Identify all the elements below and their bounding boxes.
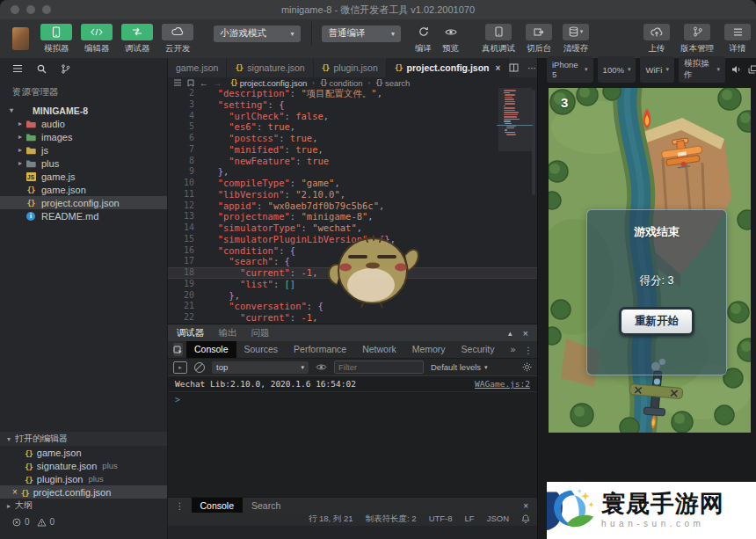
- nav-forward-icon[interactable]: →: [214, 78, 222, 88]
- tree-item-game.json[interactable]: {}game.json: [0, 183, 167, 196]
- menu-icon[interactable]: [173, 79, 182, 86]
- context-dropdown[interactable]: top ▾: [212, 361, 309, 374]
- toolbar-action-upload[interactable]: 上传: [643, 24, 670, 55]
- tree-item-js[interactable]: ▸js: [0, 143, 167, 157]
- notifications-bell-icon[interactable]: [521, 514, 530, 524]
- open-editors-header[interactable]: ▾ 打开的编辑器: [0, 432, 167, 446]
- close-panel-icon[interactable]: ×: [523, 501, 537, 511]
- mode-dropdown[interactable]: 小游戏模式 ▾: [214, 25, 300, 42]
- log-levels-dropdown[interactable]: Default levels ▾: [431, 362, 488, 372]
- menu-icon[interactable]: [12, 64, 23, 73]
- console-prompt[interactable]: >: [168, 392, 537, 406]
- problems-status[interactable]: 0 0: [0, 517, 179, 527]
- game-canvas[interactable]: 3 游戏结束 得分: 3 重新开始: [549, 88, 751, 433]
- more-options-icon[interactable]: ⋮: [523, 345, 533, 355]
- editor-tab-project.config.json[interactable]: {}project.config.json×: [387, 58, 510, 77]
- clear-console-icon[interactable]: [194, 362, 205, 373]
- toolbar-action-device-debug[interactable]: 真机调试: [482, 24, 515, 55]
- tree-item-plus[interactable]: ▸plus: [0, 157, 167, 170]
- toolbar-action-version-manage[interactable]: 版本管理: [680, 24, 714, 55]
- code-line-9[interactable]: 9 },: [168, 166, 537, 178]
- console-log-row[interactable]: Wechat Lib:2.10.0, 2020.1.6 16:54:02 WAG…: [168, 376, 537, 392]
- speaker-icon[interactable]: [731, 65, 742, 74]
- detach-window-icon[interactable]: [748, 65, 756, 74]
- simulator-dropdown-模拟操作[interactable]: 模拟操作▾: [679, 56, 725, 83]
- tree-item-game.js[interactable]: JSgame.js: [0, 170, 167, 183]
- console-filter-input[interactable]: [334, 361, 424, 374]
- debugger-tab-问题[interactable]: 问题: [251, 327, 270, 339]
- code-line-22[interactable]: 22 "current": -1,: [168, 312, 537, 324]
- minimap[interactable]: [502, 90, 528, 186]
- bottom-tab-console[interactable]: Console: [192, 498, 244, 514]
- toolbar-action-switch-background[interactable]: 切后台: [526, 24, 552, 55]
- devtools-tab-security[interactable]: Security: [454, 341, 503, 358]
- inspect-element-icon[interactable]: [173, 343, 183, 356]
- statusbar-item-1[interactable]: 制表符长度: 2: [366, 514, 417, 525]
- settings-gear-icon[interactable]: [522, 362, 532, 372]
- outline-header[interactable]: ▸ 大纲: [0, 499, 167, 513]
- editor-tab-signature.json[interactable]: {}signature.json: [227, 58, 313, 77]
- tree-item-audio[interactable]: ▸audio: [0, 117, 167, 130]
- compile-mode-dropdown[interactable]: 普通编译 ▾: [322, 25, 401, 42]
- toolbar-action-details[interactable]: 详情: [724, 24, 751, 55]
- eval-context-icon[interactable]: ▸: [173, 361, 187, 374]
- statusbar-item-3[interactable]: LF: [465, 514, 475, 525]
- code-line-6[interactable]: 6 "postcss": true,: [168, 133, 537, 144]
- code-line-8[interactable]: 8 "newFeature": true: [168, 156, 537, 167]
- editor-scrollbar[interactable]: [532, 90, 535, 195]
- toolbar-action-compile[interactable]: 编译: [415, 24, 432, 55]
- code-line-11[interactable]: 11 "libVersion": "2.10.0",: [168, 189, 537, 200]
- toolbar-button-editor[interactable]: 编辑器: [81, 24, 113, 55]
- bottom-tab-search[interactable]: Search: [243, 498, 289, 514]
- devtools-tab-console[interactable]: Console: [186, 341, 236, 358]
- split-editor-icon[interactable]: [509, 63, 519, 72]
- open-editor-project.config.json[interactable]: ×{}project.config.json: [0, 485, 167, 499]
- statusbar-item-4[interactable]: JSON: [487, 514, 509, 525]
- editor-tab-plugin.json[interactable]: {}plugin.json: [314, 58, 387, 77]
- code-line-2[interactable]: 2 "description": "项目配置文件。",: [168, 88, 537, 99]
- search-icon[interactable]: [37, 64, 47, 74]
- devtools-overflow[interactable]: »: [503, 341, 524, 358]
- more-actions-icon[interactable]: ⋯: [527, 63, 536, 73]
- simulator-dropdown-WiFi[interactable]: WiFi▾: [640, 56, 674, 83]
- restart-button[interactable]: 重新开始: [619, 307, 694, 336]
- live-expression-eye-icon[interactable]: [316, 363, 327, 371]
- debugger-tab-调试器[interactable]: 调试器: [177, 327, 205, 339]
- open-editor-plugin.json[interactable]: {}plugin.jsonplus: [0, 472, 167, 485]
- code-line-10[interactable]: 10 "compileType": "game",: [168, 178, 537, 189]
- collapse-panel-icon[interactable]: ▴: [508, 329, 512, 338]
- close-icon[interactable]: ×: [12, 487, 18, 497]
- console-log-source-link[interactable]: WAGame.js:2: [475, 379, 530, 389]
- code-line-5[interactable]: 5 "es6": true,: [168, 121, 537, 133]
- tree-item-minigame-8[interactable]: ▾MINIGAME-8: [0, 104, 167, 117]
- toolbar-button-cloud-dev[interactable]: 云开发: [162, 24, 193, 55]
- nav-back-icon[interactable]: ←: [200, 78, 208, 88]
- statusbar-item-0[interactable]: 行 18, 列 21: [309, 514, 353, 525]
- editor-tab-game.json[interactable]: game.json: [168, 58, 227, 77]
- toolbar-button-debugger[interactable]: 调试器: [121, 24, 153, 55]
- tree-item-project.config.json[interactable]: {}project.config.json: [0, 196, 167, 209]
- tree-item-images[interactable]: ▸images: [0, 130, 167, 143]
- open-editor-signature.json[interactable]: {}signature.jsonplus: [0, 459, 167, 472]
- code-line-12[interactable]: 12 "appid": "wx0aeb7df0b79c5b6c",: [168, 200, 537, 212]
- tree-item-readme.md[interactable]: iREADME.md: [0, 209, 167, 222]
- breadcrumb-item-project.config.json[interactable]: {}project.config.json: [230, 78, 307, 88]
- devtools-tab-network[interactable]: Network: [354, 341, 404, 358]
- simulator-dropdown-iPhone 5[interactable]: iPhone 5▾: [547, 56, 593, 83]
- toolbar-action-clear-cache[interactable]: ▾清缓存: [563, 24, 589, 55]
- devtools-tab-performance[interactable]: Performance: [286, 341, 354, 358]
- devtools-tab-memory[interactable]: Memory: [404, 341, 454, 358]
- open-editor-game.json[interactable]: {}game.json: [0, 446, 167, 459]
- more-options-icon[interactable]: ⋮: [168, 500, 192, 511]
- close-panel-icon[interactable]: ×: [523, 328, 528, 339]
- breadcrumb-item-condition[interactable]: {}condition: [320, 78, 363, 88]
- git-branch-icon[interactable]: [61, 64, 70, 74]
- devtools-tab-sources[interactable]: Sources: [236, 341, 287, 358]
- close-tab-icon[interactable]: ×: [495, 63, 500, 73]
- toolbar-button-simulator[interactable]: 模拟器: [40, 24, 72, 55]
- debugger-tab-输出[interactable]: 输出: [219, 327, 237, 339]
- code-line-7[interactable]: 7 "minified": true,: [168, 144, 537, 156]
- toolbar-action-preview[interactable]: 预览: [442, 24, 459, 55]
- code-line-3[interactable]: 3 "setting": {: [168, 99, 537, 111]
- breadcrumb-item-search[interactable]: {}search: [375, 78, 410, 88]
